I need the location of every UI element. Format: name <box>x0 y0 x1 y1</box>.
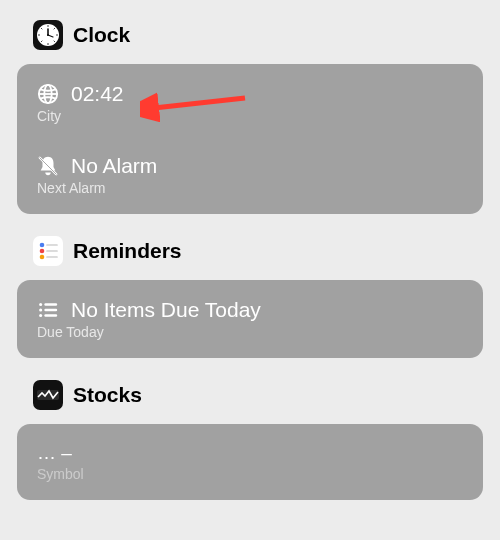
alarm-label: Next Alarm <box>37 180 463 196</box>
stocks-label: Symbol <box>37 466 463 482</box>
reminders-title: Reminders <box>73 239 182 263</box>
svg-point-26 <box>39 314 42 317</box>
reminders-app-icon <box>33 236 63 266</box>
svg-point-25 <box>39 308 42 311</box>
stocks-title: Stocks <box>73 383 142 407</box>
clock-time-value: 02:42 <box>71 82 124 106</box>
stocks-widget-card[interactable]: … – Symbol <box>17 424 483 500</box>
reminders-row[interactable]: No Items Due Today <box>37 298 463 322</box>
list-icon <box>37 299 59 321</box>
world-clock-row[interactable]: 02:42 <box>37 82 463 106</box>
reminders-label: Due Today <box>37 324 463 340</box>
reminders-value: No Items Due Today <box>71 298 261 322</box>
svg-rect-28 <box>44 309 57 311</box>
clock-section-header: Clock <box>17 20 483 50</box>
stocks-value: … – <box>37 442 463 464</box>
clock-city-label: City <box>37 108 463 124</box>
reminders-widget-card[interactable]: No Items Due Today Due Today <box>17 280 483 358</box>
clock-app-icon <box>33 20 63 50</box>
svg-rect-29 <box>44 314 57 316</box>
alarm-row[interactable]: No Alarm <box>37 154 463 178</box>
svg-point-12 <box>47 34 49 36</box>
stocks-app-icon <box>33 380 63 410</box>
alarm-value: No Alarm <box>71 154 157 178</box>
svg-point-18 <box>40 243 45 248</box>
alarm-off-icon <box>37 155 59 177</box>
svg-rect-27 <box>44 303 57 305</box>
clock-title: Clock <box>73 23 130 47</box>
reminders-section-header: Reminders <box>17 236 483 266</box>
clock-widget-card[interactable]: 02:42 City No Alarm Next Alarm <box>17 64 483 214</box>
svg-point-19 <box>40 249 45 254</box>
svg-point-20 <box>40 255 45 260</box>
globe-icon <box>37 83 59 105</box>
svg-point-24 <box>39 303 42 306</box>
stocks-section-header: Stocks <box>17 380 483 410</box>
